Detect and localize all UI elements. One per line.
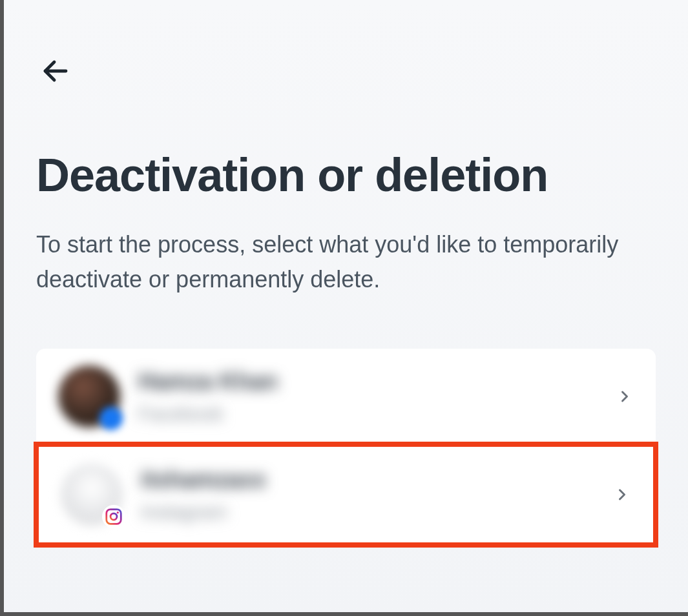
svg-rect-1: [107, 509, 121, 524]
chevron-right-icon: [613, 486, 631, 504]
account-texts: Hamza Khan Facebook: [138, 368, 605, 425]
svg-point-3: [117, 511, 119, 513]
account-platform: Facebook: [138, 403, 605, 425]
arrow-left-icon: [40, 56, 71, 87]
avatar: [58, 365, 120, 427]
page-title: Deactivation or deletion: [36, 149, 656, 201]
svg-point-2: [110, 513, 117, 520]
account-platform: Instagram: [141, 501, 603, 523]
account-name: Hamza Khan: [138, 368, 605, 395]
account-texts: itshamzaxx Instagram: [141, 466, 603, 523]
instagram-badge-icon: [102, 505, 125, 528]
facebook-badge-icon: [99, 407, 123, 430]
avatar: [61, 464, 123, 526]
account-name: itshamzaxx: [141, 466, 603, 493]
page-subtitle: To start the process, select what you'd …: [36, 227, 643, 297]
account-row-facebook[interactable]: Hamza Khan Facebook: [36, 349, 656, 444]
deactivation-page: Deactivation or deletion To start the pr…: [4, 0, 688, 548]
account-list: Hamza Khan Facebook: [36, 349, 656, 548]
chevron-right-icon: [616, 387, 634, 406]
back-button[interactable]: [36, 52, 75, 90]
account-row-instagram[interactable]: itshamzaxx Instagram: [34, 442, 658, 548]
